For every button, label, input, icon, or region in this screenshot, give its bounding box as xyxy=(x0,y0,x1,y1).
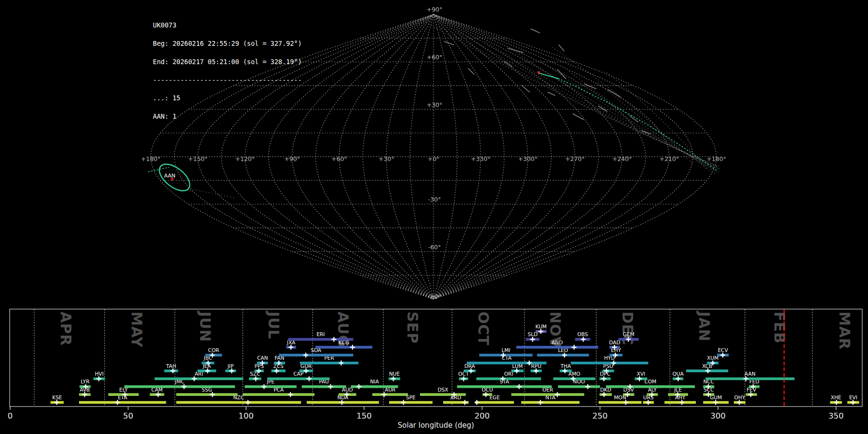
x-tick-label: 100 xyxy=(239,411,254,420)
meteor-trail xyxy=(548,92,555,95)
shower-peak-marker xyxy=(54,400,59,405)
shower-label-qua: QUA xyxy=(672,371,684,377)
shower-peak-marker xyxy=(748,392,753,397)
x-tick-label: 250 xyxy=(593,411,608,420)
meteor-radiant-activity-screen: UK0073 Beg: 20260216 22:55:29 (sol = 327… xyxy=(0,0,868,434)
shower-peak-marker xyxy=(253,376,258,381)
month-label: JUL xyxy=(265,311,282,339)
trajectory-solid-segment xyxy=(540,73,558,79)
shower-peak-marker xyxy=(462,400,467,405)
latitude-label: -90° xyxy=(428,293,441,300)
shower-peak-marker xyxy=(585,384,590,389)
shower-bar-com xyxy=(606,385,695,388)
longitude-label: +180° xyxy=(706,155,726,163)
separator-line: -------------------------------------- xyxy=(153,77,302,83)
shower-peak-marker xyxy=(401,400,406,405)
shower-label-and: AND xyxy=(552,339,563,345)
x-axis-title: Solar longitude (deg) xyxy=(398,421,474,430)
month-label: APR xyxy=(57,312,74,346)
shower-peak-marker xyxy=(851,400,855,405)
x-tick-label: 300 xyxy=(710,411,726,420)
shower-bar-ege xyxy=(475,401,514,404)
shower-bar-kcg xyxy=(315,346,372,349)
shower-peak-marker xyxy=(274,368,279,373)
shower-peak-marker xyxy=(737,400,742,405)
x-tick-label: 150 xyxy=(356,411,372,420)
shower-peak-marker xyxy=(469,368,474,373)
x-tick-label: 350 xyxy=(828,411,844,420)
shower-label-jip: JIP xyxy=(227,363,234,369)
shower-label-evi: EVI xyxy=(849,394,857,400)
shower-peak-marker xyxy=(156,392,161,397)
shower-peak-marker xyxy=(646,400,651,405)
shower-bar-eri xyxy=(288,338,353,341)
shower-peak-marker xyxy=(229,368,234,373)
shower-count: AAN: 1 xyxy=(153,113,302,120)
session-begin: Beg: 20260216 22:55:29 (sol = 327.92°) xyxy=(153,41,302,47)
shower-label-xum: XUM xyxy=(707,355,719,361)
meteor-arc xyxy=(607,72,706,169)
longitude-label: +270° xyxy=(565,155,585,163)
shower-peak-marker xyxy=(192,376,197,381)
month-label: JAN xyxy=(696,311,713,342)
shower-peak-marker xyxy=(534,368,539,373)
shower-label-obs: OBS xyxy=(577,331,588,337)
shower-peak-marker xyxy=(720,353,725,357)
shower-peak-marker xyxy=(307,376,312,381)
longitude-label: +180° xyxy=(141,155,161,163)
latitude-label: +90° xyxy=(427,6,443,13)
shower-bar-pau xyxy=(302,385,346,388)
shower-bar-aur xyxy=(372,393,408,396)
meteor-trail xyxy=(573,114,583,120)
radiant-map-and-activity-plot: +180°+150°+120°+90°+60°+30°+0°+330°+300°… xyxy=(0,0,868,434)
shower-label-kse: KSE xyxy=(52,394,62,400)
shower-peak-marker xyxy=(382,392,387,397)
month-label: JUN xyxy=(197,311,214,342)
shower-bar-sta xyxy=(457,385,552,388)
month-label: SEP xyxy=(404,312,421,344)
meteor-trail xyxy=(468,68,474,74)
shower-label-hvi: HVI xyxy=(95,371,104,377)
radiant-label: AAN xyxy=(164,173,176,179)
shower-peak-marker xyxy=(328,384,333,389)
meteor-arc xyxy=(420,19,719,166)
shower-label-aan: AAN xyxy=(745,371,756,377)
longitude-label: +30° xyxy=(379,155,394,163)
shower-bar-aan xyxy=(705,378,794,380)
shower-peak-marker xyxy=(624,400,628,405)
shower-label-cor: COR xyxy=(208,347,219,353)
shower-peak-marker xyxy=(391,376,396,381)
sporadic-count: ...: 15 xyxy=(153,95,302,101)
shower-peak-marker xyxy=(288,345,293,350)
shower-peak-marker xyxy=(356,384,361,389)
longitude-label: +120° xyxy=(235,155,255,163)
shower-peak-marker xyxy=(539,329,543,334)
meteor-trail xyxy=(522,85,529,92)
shower-peak-marker xyxy=(581,337,586,342)
shower-peak-marker xyxy=(262,384,267,389)
shower-bar-ssg xyxy=(176,393,237,396)
shower-peak-marker xyxy=(602,392,607,397)
shower-bar-jmc xyxy=(124,385,235,388)
shower-bar-nta xyxy=(521,401,580,404)
month-label: OCT xyxy=(475,312,492,346)
shower-peak-marker xyxy=(713,400,718,405)
shower-bar-lmi xyxy=(479,354,533,357)
month-label: FEB xyxy=(771,312,788,344)
longitude-label: +300° xyxy=(518,155,538,163)
shower-bar-cta xyxy=(467,362,546,365)
longitude-label: +210° xyxy=(659,155,679,163)
shower-peak-marker xyxy=(562,353,567,357)
meteor-trails xyxy=(444,29,650,134)
shower-label-lyr: LYR xyxy=(81,379,89,384)
shower-peak-marker xyxy=(705,368,710,373)
shower-label-ohy: OHY xyxy=(734,394,745,400)
latitude-label: -60° xyxy=(428,244,441,251)
shower-label-lmi: LMI xyxy=(502,347,510,353)
shower-peak-marker xyxy=(182,384,187,389)
shower-peak-marker xyxy=(483,392,488,397)
shower-label-xhe: XHE xyxy=(831,394,841,400)
shower-bar-hyd xyxy=(571,362,649,365)
shower-peak-marker xyxy=(115,400,120,405)
shower-peak-marker xyxy=(288,392,293,397)
